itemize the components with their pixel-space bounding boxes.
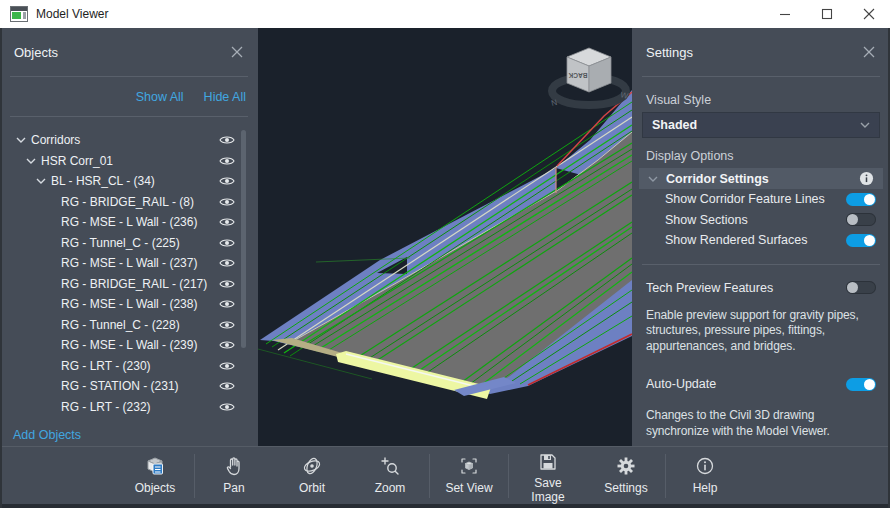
- tree-item-label: RG - MSE - L Wall - (239): [61, 338, 197, 352]
- help-button[interactable]: Help: [666, 447, 744, 505]
- tree-item-label: RG - Tunnel_C - (225): [61, 236, 180, 250]
- chevron-down-icon: [648, 176, 658, 182]
- tree-item-label: RG - Tunnel_C - (228): [61, 318, 180, 332]
- tree-item[interactable]: RG - STATION - (231): [0, 376, 258, 397]
- title-bar: Model Viewer: [0, 0, 890, 28]
- tree-item[interactable]: RG - BRIDGE_RAIL - (8): [0, 192, 258, 213]
- view-cube[interactable]: N W BACK: [544, 44, 634, 124]
- chevron-down-icon[interactable]: [16, 137, 26, 143]
- eye-visibility-icon[interactable]: [219, 401, 235, 413]
- save-image-button[interactable]: Save Image: [509, 447, 587, 505]
- maximize-button[interactable]: [806, 0, 848, 28]
- toolbar-button-label: Settings: [604, 481, 647, 495]
- main-area: Objects Show All Hide All CorridorsHSR C…: [0, 28, 890, 446]
- auto-update-toggle[interactable]: [846, 378, 876, 391]
- tree-item[interactable]: BL - HSR_CL - (34): [0, 171, 258, 192]
- eye-visibility-icon[interactable]: [219, 278, 235, 290]
- close-button[interactable]: [848, 0, 890, 28]
- eye-visibility-icon[interactable]: [219, 319, 235, 331]
- eye-visibility-icon[interactable]: [219, 339, 235, 351]
- eye-visibility-icon[interactable]: [219, 360, 235, 372]
- pan-icon: [223, 455, 245, 477]
- tech-preview-description: Enable preview support for gravity pipes…: [646, 308, 876, 356]
- tech-preview-row: Tech Preview Features: [632, 277, 890, 299]
- toggle-switch[interactable]: [846, 193, 876, 206]
- tree-item[interactable]: RG - Tunnel_C - (225): [0, 233, 258, 254]
- compass-west-label: W: [620, 90, 630, 101]
- toggle-label: Show Rendered Surfaces: [665, 233, 846, 247]
- model-viewer-window: Model Viewer Objects Show All: [0, 0, 890, 508]
- eye-visibility-icon[interactable]: [219, 196, 235, 208]
- objects-button[interactable]: Objects: [116, 447, 194, 505]
- toggle-switch[interactable]: [846, 213, 876, 226]
- toolbar-button-label: Set View: [445, 481, 492, 495]
- corridor-toggle-row: Show Rendered Surfaces: [632, 230, 890, 251]
- toggle-switch[interactable]: [846, 234, 876, 247]
- pan-button[interactable]: Pan: [195, 447, 273, 505]
- tree-item[interactable]: RG - MSE - L Wall - (239): [0, 335, 258, 356]
- minimize-button[interactable]: [764, 0, 806, 28]
- eye-visibility-icon[interactable]: [219, 257, 235, 269]
- tech-preview-toggle[interactable]: [846, 281, 876, 294]
- display-options-label: Display Options: [646, 149, 876, 163]
- tree-item[interactable]: RG - LRT - (232): [0, 397, 258, 418]
- tree-item[interactable]: RG - MSE - L Wall - (238): [0, 294, 258, 315]
- settings-panel-title: Settings: [646, 45, 693, 60]
- orbit-icon: [301, 455, 323, 477]
- eye-visibility-icon[interactable]: [219, 298, 235, 310]
- corridor-toggle-list: Show Corridor Feature LinesShow Sections…: [632, 189, 890, 251]
- corridor-settings-label: Corridor Settings: [666, 172, 769, 186]
- toolbar-button-label: Objects: [135, 481, 176, 495]
- corridor-toggle-row: Show Sections: [632, 210, 890, 231]
- eye-visibility-icon[interactable]: [219, 237, 235, 249]
- settings-button[interactable]: Settings: [587, 447, 665, 505]
- tree-item-label: RG - LRT - (230): [61, 359, 151, 373]
- visual-style-label: Visual Style: [646, 93, 876, 107]
- tree-item-label: RG - BRIDGE_RAIL - (217): [61, 277, 207, 291]
- auto-update-label: Auto-Update: [646, 377, 846, 391]
- corridor-toggle-row: Show Corridor Feature Lines: [632, 189, 890, 210]
- app-icon: [10, 6, 28, 22]
- tree-item[interactable]: RG - MSE - L Wall - (236): [0, 212, 258, 233]
- auto-update-row: Auto-Update: [632, 373, 890, 395]
- toolbar-button-label: Save Image: [524, 477, 572, 505]
- help-icon: [694, 455, 716, 477]
- tree-scrollbar[interactable]: [241, 130, 246, 348]
- eye-visibility-icon[interactable]: [219, 134, 235, 146]
- eye-visibility-icon[interactable]: [219, 155, 235, 167]
- window-title: Model Viewer: [36, 7, 108, 21]
- viewport-3d[interactable]: N W BACK: [258, 28, 632, 446]
- window-bottom-edge: [0, 504, 890, 508]
- tree-item-label: RG - BRIDGE_RAIL - (8): [61, 195, 194, 209]
- tree-item[interactable]: RG - BRIDGE_RAIL - (217): [0, 274, 258, 295]
- tree-item[interactable]: RG - Tunnel_C - (228): [0, 315, 258, 336]
- hide-all-link[interactable]: Hide All: [204, 90, 246, 104]
- corridor-settings-row[interactable]: Corridor Settings: [639, 168, 883, 189]
- visual-style-dropdown[interactable]: Shaded: [642, 112, 880, 138]
- eye-visibility-icon[interactable]: [219, 380, 235, 392]
- add-objects-link[interactable]: Add Objects: [13, 428, 81, 442]
- toggle-label: Show Corridor Feature Lines: [665, 192, 846, 206]
- objects-panel-close-icon[interactable]: [230, 44, 246, 60]
- viewcube-back-face-label: BACK: [568, 72, 587, 79]
- tree-item[interactable]: RG - LRT - (230): [0, 356, 258, 377]
- tree-item-label: BL - HSR_CL - (34): [51, 174, 155, 188]
- chevron-down-icon[interactable]: [26, 158, 36, 164]
- settings-icon: [615, 455, 637, 477]
- window-left-edge: [0, 28, 2, 508]
- eye-visibility-icon[interactable]: [219, 175, 235, 187]
- chevron-down-icon[interactable]: [36, 178, 46, 184]
- objects-icon: [144, 455, 166, 477]
- settings-panel-close-icon[interactable]: [862, 44, 878, 60]
- orbit-button[interactable]: Orbit: [273, 447, 351, 505]
- toolbar-button-label: Help: [693, 481, 718, 495]
- set-view-button[interactable]: Set View: [430, 447, 508, 505]
- info-icon[interactable]: [859, 171, 874, 186]
- zoom-button[interactable]: Zoom: [351, 447, 429, 505]
- eye-visibility-icon[interactable]: [219, 216, 235, 228]
- visual-style-value: Shaded: [652, 118, 697, 132]
- tree-item[interactable]: Corridors: [0, 130, 258, 151]
- show-all-link[interactable]: Show All: [136, 90, 184, 104]
- tree-item[interactable]: RG - MSE - L Wall - (237): [0, 253, 258, 274]
- tree-item[interactable]: HSR Corr_01: [0, 151, 258, 172]
